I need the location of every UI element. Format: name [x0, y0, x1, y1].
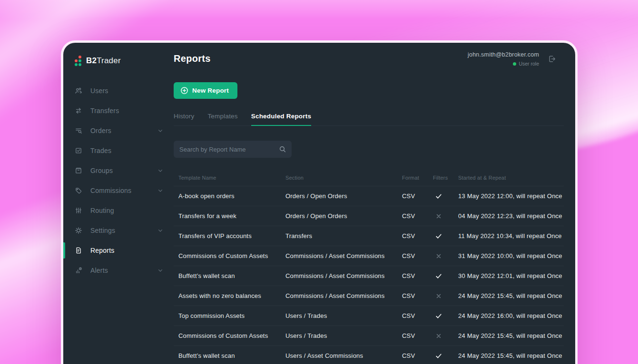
column-header-started-at-repeat: Started at & Repeat [458, 175, 564, 181]
check-icon [435, 352, 442, 360]
cell-section: Commissions / Asset Commissions [285, 292, 402, 299]
sidebar-item-label: Users [90, 87, 108, 95]
new-report-label: New Report [192, 87, 229, 94]
cell-section: Orders / Open Orders [285, 192, 402, 200]
table-row[interactable]: Buffett’s wallet scanCommissions / Asset… [174, 266, 564, 286]
sidebar-item-orders[interactable]: Orders [63, 121, 174, 141]
cell-template-name: Commissions of Custom Assets [178, 332, 285, 339]
cell-format: CSV [402, 332, 433, 339]
tab-templates[interactable]: Templates [207, 113, 237, 126]
cell-template-name: Buffett’s wallet scan [178, 272, 285, 279]
sidebar-item-alerts[interactable]: Alerts [63, 260, 174, 280]
commissions-icon [75, 187, 82, 194]
check-icon [435, 312, 442, 320]
sidebar-nav: UsersTransfersOrdersTradesGroupsCommissi… [63, 81, 174, 280]
plus-circle-icon [180, 86, 188, 95]
cell-template-name: A-book open orders [178, 192, 285, 200]
x-icon [435, 292, 442, 300]
new-report-button[interactable]: New Report [174, 82, 237, 99]
sidebar-item-label: Transfers [90, 107, 119, 115]
cell-format: CSV [402, 292, 433, 299]
chevron-down-icon [157, 187, 164, 194]
sidebar-item-label: Orders [90, 127, 111, 134]
cell-started-repeat: 13 May 2022 12:00, will repeat Once [458, 192, 564, 200]
settings-icon [75, 227, 82, 234]
cell-format: CSV [402, 252, 433, 259]
check-icon [435, 232, 442, 240]
reports-icon [75, 247, 82, 254]
table-row[interactable]: Commissions of Custom AssetsCommissions … [174, 246, 564, 266]
column-header-section: Section [285, 175, 402, 181]
chevron-down-icon [157, 127, 164, 134]
alerts-icon [75, 267, 82, 274]
column-header-filters: Filters [433, 175, 458, 181]
table-row[interactable]: Commissions of Custom AssetsUsers / Trad… [174, 326, 564, 346]
search-box [174, 141, 292, 158]
sidebar-item-reports[interactable]: Reports [63, 240, 174, 260]
sidebar-item-label: Groups [90, 167, 113, 174]
cell-format: CSV [402, 232, 433, 239]
table-body: A-book open ordersOrders / Open OrdersCS… [174, 186, 564, 364]
search-input[interactable] [174, 141, 292, 158]
cell-template-name: Buffett’s wallet scan [178, 352, 285, 359]
sidebar-item-transfers[interactable]: Transfers [63, 101, 174, 121]
sidebar-item-label: Alerts [90, 267, 108, 274]
sidebar-item-users[interactable]: Users [63, 81, 174, 101]
cell-format: CSV [402, 192, 433, 200]
sidebar: B2Trader UsersTransfersOrdersTradesGroup… [63, 43, 174, 364]
users-icon [75, 87, 82, 95]
table-row[interactable]: Buffett’s wallet scanUsers / Asset Commi… [174, 346, 564, 364]
sidebar-item-groups[interactable]: Groups [63, 161, 174, 181]
sidebar-item-label: Routing [90, 207, 114, 214]
cell-started-repeat: 31 May 2022 10:00, will repeat Once [458, 252, 564, 259]
x-icon [435, 332, 442, 340]
cell-template-name: Transfers of VIP accounts [178, 232, 285, 239]
cell-section: Users / Trades [285, 332, 402, 339]
table-row[interactable]: Transfers for a weekOrders / Open Orders… [174, 206, 564, 226]
sidebar-item-label: Trades [90, 147, 111, 154]
cell-template-name: Transfers for a week [178, 212, 285, 220]
tab-scheduled-reports[interactable]: Scheduled Reports [251, 113, 311, 126]
cell-format: CSV [402, 272, 433, 279]
cell-started-repeat: 30 May 2022 12:01, will repeat Once [458, 272, 564, 279]
routing-icon [75, 207, 82, 214]
cell-started-repeat: 24 May 2022 15:45, will repeat Once [458, 332, 564, 339]
check-icon [435, 272, 442, 280]
scheduled-reports-table: Template NameSectionFormatFiltersStarted… [174, 169, 564, 364]
trades-icon [75, 147, 82, 154]
sidebar-item-trades[interactable]: Trades [63, 141, 174, 161]
table-row[interactable]: A-book open ordersOrders / Open OrdersCS… [174, 186, 564, 206]
x-icon [435, 212, 442, 220]
tab-history[interactable]: History [174, 113, 194, 126]
cell-section: Commissions / Asset Commissions [285, 252, 402, 259]
cell-template-name: Assets with no zero balances [178, 292, 285, 299]
sidebar-item-routing[interactable]: Routing [63, 201, 174, 220]
orders-icon [75, 127, 82, 134]
sidebar-item-label: Commissions [90, 187, 131, 194]
chevron-down-icon [157, 227, 164, 234]
transfers-icon [75, 107, 82, 115]
sidebar-item-settings[interactable]: Settings [63, 220, 174, 240]
table-row[interactable]: Assets with no zero balancesCommissions … [174, 286, 564, 306]
cell-started-repeat: 24 May 2022 16:00, will repeat Once [458, 312, 564, 319]
search-icon [279, 145, 286, 153]
background-wave-top [0, 0, 638, 19]
cell-template-name: Commissions of Custom Assets [178, 252, 285, 259]
main-content: Reports New Report HistoryTemplatesSched… [174, 43, 575, 364]
cell-template-name: Top commission Assets [178, 312, 285, 319]
app-window: B2Trader UsersTransfersOrdersTradesGroup… [61, 40, 578, 364]
x-icon [435, 252, 442, 260]
table-row[interactable]: Top commission AssetsUsers / TradesCSV24… [174, 306, 564, 326]
table-row[interactable]: Transfers of VIP accountsTransfersCSV11 … [174, 226, 564, 246]
tab-bar: HistoryTemplatesScheduled Reports [174, 113, 564, 126]
brand-logo-icon [75, 56, 81, 66]
cell-format: CSV [402, 212, 433, 220]
table-header-row: Template NameSectionFormatFiltersStarted… [174, 169, 564, 186]
brand-logo: B2Trader [63, 43, 174, 66]
column-header-template-name: Template Name [178, 175, 285, 181]
check-icon [435, 192, 442, 200]
cell-section: Transfers [285, 232, 402, 239]
sidebar-item-commissions[interactable]: Commissions [63, 181, 174, 201]
cell-started-repeat: 11 May 2022 10:34, will repeat Once [458, 232, 564, 239]
cell-format: CSV [402, 352, 433, 359]
